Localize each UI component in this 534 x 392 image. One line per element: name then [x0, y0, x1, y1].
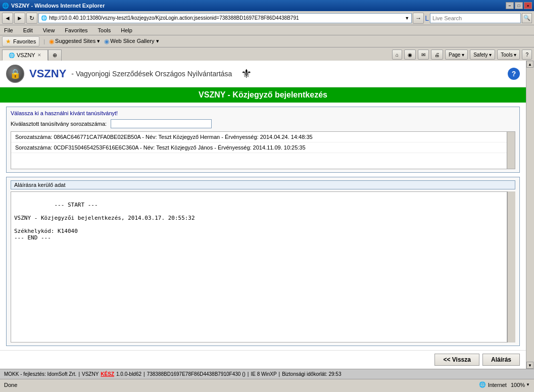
address-field[interactable]: 🌐 http://10.0.40.10:13080/vszny-teszt1/k… — [38, 13, 412, 23]
zone-icon: 🌐 — [479, 381, 486, 388]
go-button[interactable]: → — [413, 13, 424, 24]
search-engine-icon: L — [425, 14, 429, 22]
cert-item-text-0: Sorozatszáma: 086AC646771CA7FA0BE02EB50A… — [15, 134, 313, 140]
back-button[interactable]: ◄ — [2, 13, 13, 24]
search-button[interactable]: 🔍 — [522, 13, 532, 23]
zone-indicator: 🌐 Internet — [479, 381, 507, 388]
forward-button[interactable]: ► — [14, 13, 25, 24]
cert-select-section: Válassza ki a használni kívánt tanúsítvá… — [6, 107, 520, 173]
search-area: L 🔍 — [425, 13, 532, 23]
help-menu-button[interactable]: ? — [522, 50, 532, 60]
close-button[interactable]: × — [524, 2, 532, 9]
tab-new[interactable]: ⊕ — [48, 50, 62, 61]
window-controls: − □ × — [506, 2, 532, 9]
tab-toolbar: ⌂ ◉ ✉ 🖨 Page ▾ Safety ▾ Tools ▾ ? — [392, 50, 532, 60]
tab-vszny[interactable]: 🌐 VSZNY ✕ — [2, 50, 48, 61]
title-bar: 🌐 VSZNY - Windows Internet Explorer − □ … — [0, 0, 534, 11]
menu-edit[interactable]: Edit — [21, 26, 35, 34]
web-slice-button[interactable]: ◉ Web Slice Gallery ▾ — [104, 38, 159, 45]
web-slice-label: Web Slice Gallery ▾ — [110, 38, 159, 44]
page-title: VSZNY - Közjegyző bejelentkezés — [0, 87, 526, 103]
menu-file[interactable]: File — [2, 26, 15, 34]
browser-content: 🔒 VSZNY - Vagyonjogi Szerződések Országo… — [0, 61, 526, 369]
ie-version-text: IE 8 WinXP — [251, 371, 276, 377]
separator-4: | — [279, 371, 280, 377]
app-title: VSZNY — [29, 67, 66, 80]
cert-serial-input[interactable] — [111, 119, 212, 128]
separator-3: | — [248, 371, 249, 377]
list-item[interactable]: Sorozatszáma: 0CDF31504654253F616E6C360A… — [11, 142, 515, 153]
help-button[interactable]: ? — [508, 68, 520, 80]
minimize-button[interactable]: − — [506, 2, 514, 9]
page-menu-button[interactable]: Page ▾ — [445, 50, 468, 60]
coat-of-arms-icon: ⚜ — [241, 67, 252, 81]
sign-content: --- START --- VSZNY - Közjegyzői bejelen… — [14, 202, 195, 241]
zoom-control[interactable]: 100% ▼ — [511, 382, 530, 388]
sign-section-label: Aláírásra kerülő adat — [11, 180, 515, 189]
session-text: 738388BD1697E78F86D4438B7910F430 () — [147, 371, 246, 377]
suggested-sites-button[interactable]: ◉ Suggested Sites ▾ — [49, 38, 100, 45]
favorites-button[interactable]: ★ Favorites — [2, 36, 39, 46]
app-header: 🔒 VSZNY - Vagyonjogi Szerződések Országo… — [0, 61, 526, 87]
menu-favorites[interactable]: Favorites — [63, 26, 89, 34]
address-bar: ◄ ► ↻ 🌐 http://10.0.40.10:13080/vszny-te… — [0, 11, 534, 25]
vszny-status: KÉSZ — [101, 371, 114, 377]
zoom-dropdown-icon: ▼ — [526, 382, 530, 387]
lock-icon: 🔒 — [10, 68, 21, 79]
tools-menu-button[interactable]: Tools ▾ — [497, 50, 520, 60]
search-input[interactable] — [430, 13, 521, 23]
maximize-button[interactable]: □ — [515, 2, 523, 9]
refresh-button[interactable]: ↻ — [26, 13, 37, 24]
info-bar: MOKK - fejlesztés: IdomSoft Zrt. | VSZNY… — [0, 369, 534, 379]
safety-menu-button[interactable]: Safety ▾ — [470, 50, 495, 60]
print-button[interactable]: 🖨 — [431, 50, 443, 60]
address-text: http://10.0.40.10:13080/vszny-teszt1/koz… — [49, 15, 405, 21]
separator: | — [43, 38, 45, 44]
back-button[interactable]: << Vissza — [434, 354, 479, 366]
favorites-label: Favorites — [13, 38, 36, 44]
suggested-sites-label: Suggested Sites ▾ — [55, 38, 100, 44]
main-scrollbar: ▲ ▼ — [526, 61, 534, 369]
separator-2: | — [143, 371, 145, 377]
tab-icon: 🌐 — [9, 53, 15, 58]
rss-icon: ◉ — [49, 38, 54, 45]
vszny-label: VSZNY — [82, 371, 99, 377]
home-button[interactable]: ⌂ — [392, 50, 402, 60]
window-title: VSZNY - Windows Internet Explorer — [11, 3, 105, 9]
separator-1: | — [78, 371, 80, 377]
favorites-bar: ★ Favorites | ◉ Suggested Sites ▾ ◉ Web … — [0, 35, 534, 47]
mail-button[interactable]: ✉ — [418, 50, 429, 60]
form-area: Válassza ki a használni kívánt tanúsítvá… — [0, 103, 526, 350]
cert-section-label: Válassza ki a használni kívánt tanúsítvá… — [11, 110, 118, 116]
menu-help[interactable]: Help — [119, 26, 134, 34]
zone-text: Internet — [488, 382, 507, 388]
cert-list-scrollbar[interactable] — [507, 132, 515, 169]
list-item[interactable]: Sorozatszáma: 086AC646771CA7FA0BE02EB50A… — [11, 132, 515, 142]
address-icon: 🌐 — [41, 15, 47, 21]
app-description: - Vagyonjogi Szerződések Országos Nyilvá… — [71, 70, 232, 78]
scroll-up-button[interactable]: ▲ — [526, 61, 533, 68]
sign-data-scrollbar[interactable] — [507, 191, 515, 342]
dropdown-icon[interactable]: ▼ — [405, 16, 409, 21]
scroll-down-button[interactable]: ▼ — [526, 362, 533, 369]
version-text: 1.0.0-bld62 — [116, 371, 141, 377]
bottom-bar: << Vissza Aláírás — [0, 350, 526, 369]
tab-bar: 🌐 VSZNY ✕ ⊕ ⌂ ◉ ✉ 🖨 Page ▾ Safety ▾ Tool… — [0, 47, 534, 61]
sign-data-area: --- START --- VSZNY - Közjegyzői bejelen… — [11, 191, 507, 342]
tab-label: VSZNY — [17, 52, 35, 58]
cert-serial-row: Kiválasztott tanúsítvány sorozatszáma: — [11, 119, 515, 128]
tab-close-icon[interactable]: ✕ — [37, 53, 41, 58]
window-icon: 🌐 — [2, 3, 9, 9]
sign-section: Aláírásra kerülő adat --- START --- VSZN… — [6, 177, 520, 346]
cert-item-text-1: Sorozatszáma: 0CDF31504654253F616E6C360A… — [15, 144, 306, 151]
sign-button[interactable]: Aláírás — [482, 354, 520, 366]
feeds-button[interactable]: ◉ — [404, 50, 416, 60]
new-tab-icon: ⊕ — [53, 52, 57, 59]
cert-label-row: Válassza ki a használni kívánt tanúsítvá… — [11, 110, 515, 116]
zoom-text: 100% — [511, 382, 525, 388]
menu-tools[interactable]: Tools — [96, 26, 113, 34]
menu-view[interactable]: View — [41, 26, 57, 34]
status-text: Done — [2, 382, 479, 388]
cert-serial-label: Kiválasztott tanúsítvány sorozatszáma: — [11, 121, 107, 127]
menu-bar: File Edit View Favorites Tools Help — [0, 25, 534, 35]
